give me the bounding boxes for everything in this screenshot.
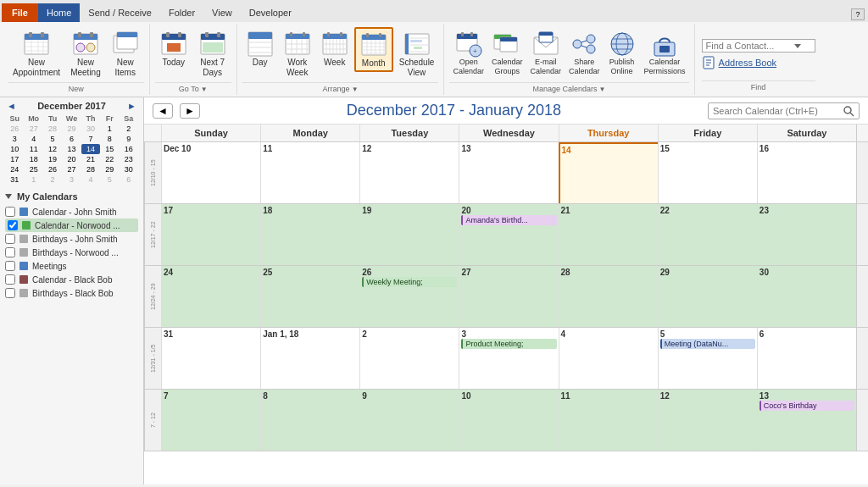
cal-day-cell[interactable]: 22 [658,204,757,265]
tab-view[interactable]: View [203,3,241,22]
day-button[interactable]: Day [242,27,278,70]
meetings-checkbox[interactable] [5,261,15,271]
cal-day-cell[interactable]: 11 [260,142,359,203]
cal-event[interactable]: Meeting (DataNu... [660,339,755,349]
cal-event[interactable]: Coco's Birthday [760,401,854,411]
find-contact-dropdown-icon[interactable] [793,41,803,51]
publish-online-button[interactable]: Publish Online [604,27,640,80]
cal-day-cell[interactable]: 16 [757,142,856,203]
cal-john-checkbox[interactable] [5,207,15,217]
calendar-permissions-button[interactable]: Calendar Permissions [641,27,689,80]
list-item: Calendar - Black Bob [5,273,138,286]
tab-send-receive[interactable]: Send / Receive [80,3,160,22]
my-calendars-header[interactable]: My Calendars [5,191,138,202]
month-label: Month [362,58,386,68]
day-icon [247,30,274,58]
cal-day-cell[interactable]: 8 [260,390,359,451]
week-label: 12/24 - 29 [144,266,161,327]
cal-day-cell[interactable]: 10 [459,390,558,451]
cal-day-cell[interactable]: 7 [161,390,260,451]
open-calendar-button[interactable]: + Open Calendar [449,27,487,80]
mini-cal-prev-btn[interactable]: ◄ [5,101,18,111]
cal-day-cell[interactable]: 5 Meeting (DataNu... [658,328,757,389]
day-label: Day [253,58,268,67]
calendar-permissions-label: Calendar Permissions [644,58,686,76]
cal-event[interactable]: Product Meeting; [461,339,556,349]
cal-prev-btn[interactable]: ◄ [153,103,173,119]
help-btn[interactable]: ? [851,8,865,20]
cal-next-btn[interactable]: ► [180,103,200,119]
cal-day-cell[interactable]: 12 [359,142,459,203]
meetings-label: Meetings [32,262,67,271]
share-calendar-button[interactable]: Share Calendar [565,27,604,80]
cal-day-cell[interactable]: Dec 10 [161,142,260,203]
cal-event[interactable]: Weekly Meeting; [362,277,457,287]
cal-day-cell[interactable]: 6 [757,328,856,389]
bd-norwood-checkbox[interactable] [5,247,15,257]
find-contact-input[interactable] [706,41,791,51]
cal-day-cell[interactable]: 31 [161,328,260,389]
work-week-button[interactable]: Work Week [280,27,315,81]
cal-day-cell[interactable]: 11 [559,390,658,451]
day-header-monday: Monday [260,125,359,141]
ribbon-group-new-label: New [8,82,144,93]
find-contact-input-row[interactable] [702,39,815,53]
cal-day-cell[interactable]: 3 Product Meeting; [459,328,558,389]
cal-bob-checkbox[interactable] [5,274,15,285]
cal-day-cell[interactable]: 23 [757,204,856,265]
cal-day-cell[interactable]: 12 [658,390,757,451]
cal-day-cell[interactable]: 21 [559,204,658,265]
cal-day-cell[interactable]: 28 [559,266,658,327]
cal-day-cell[interactable]: 29 [658,266,757,327]
new-appointment-button[interactable]: New Appointment [8,27,64,81]
mini-cal-next-btn[interactable]: ► [125,101,138,111]
bd-bob-checkbox[interactable] [5,288,15,298]
day-header-sunday: Sunday [161,125,260,141]
tab-developer[interactable]: Developer [241,3,300,22]
week-button[interactable]: Week [317,27,353,70]
bd-john-checkbox[interactable] [5,234,15,244]
cal-day-cell[interactable]: 13 Coco's Birthday [757,390,856,451]
cal-day-cell[interactable]: 15 [658,142,757,203]
calendar-permissions-icon [651,30,678,58]
new-meeting-button[interactable]: New Meeting [66,27,105,81]
cal-search-input[interactable] [713,106,840,116]
bd-bob-color [19,289,28,297]
cal-day-cell[interactable]: 13 [459,142,558,203]
tab-folder[interactable]: Folder [160,3,203,22]
new-items-button[interactable]: New Items [107,27,144,81]
cal-day-cell[interactable]: 19 [359,204,459,265]
cal-day-headers: Sunday Monday Tuesday Wednesday Thursday… [144,125,868,142]
calendar-groups-button[interactable]: Calendar Groups [488,27,526,80]
cal-day-cell[interactable]: 4 [559,328,658,389]
cal-day-cell[interactable]: Jan 1, 18 [260,328,359,389]
svg-rect-18 [117,32,137,37]
cal-day-cell[interactable]: 9 [359,390,459,451]
cal-norwood-label: Calendar - Norwood ... [35,221,120,230]
email-calendar-button[interactable]: E-mail Calendar [527,27,565,80]
cal-day-cell[interactable]: 2 [359,328,459,389]
month-button[interactable]: Month [354,27,393,72]
cal-day-cell[interactable]: 30 [757,266,856,327]
cal-day-cell[interactable]: 26 Weekly Meeting; [359,266,459,327]
cal-day-cell[interactable]: 20 Amanda's Birthd... [459,204,558,265]
cal-day-cell[interactable]: 25 [260,266,359,327]
share-calendar-label: Share Calendar [569,58,600,76]
schedule-view-button[interactable]: Schedule View [395,27,439,81]
svg-point-91 [587,45,595,53]
cal-day-cell-today[interactable]: 14 [559,142,658,203]
tab-home[interactable]: Home [38,3,80,22]
cal-day-cell[interactable]: 27 [459,266,558,327]
next7days-button[interactable]: Next 7 Days [194,27,231,81]
tab-file[interactable]: File [2,3,38,22]
cal-day-cell[interactable]: 17 [161,204,260,265]
cal-event[interactable]: Amanda's Birthd... [461,215,556,225]
day-header-tuesday: Tuesday [359,125,459,141]
svg-rect-1 [25,34,48,40]
address-book-button[interactable]: Address Book [702,56,815,69]
cal-norwood-checkbox[interactable] [8,220,18,230]
cal-day-cell[interactable]: 24 [161,266,260,327]
today-button[interactable]: Today [155,27,192,70]
cal-day-cell[interactable]: 18 [260,204,359,265]
ribbon-group-find-label: Find [702,80,815,91]
